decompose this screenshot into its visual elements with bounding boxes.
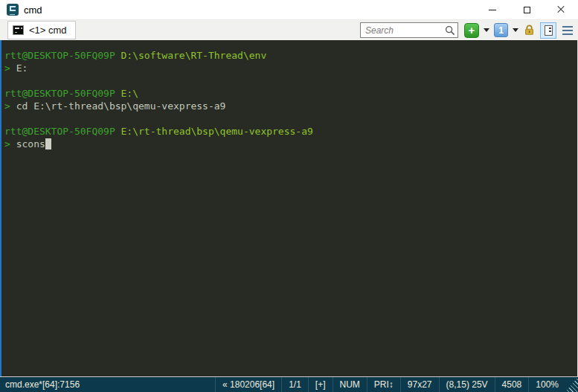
status-segments: « 180206[64]1/1[+]NUMPRI↕97x27(8,15) 25V… [215, 377, 565, 392]
conemu-glyph-underline [10, 14, 15, 15]
status-segment: PRI↕ [367, 377, 400, 392]
new-console-button[interactable]: + [464, 23, 479, 38]
status-process-info: cmd.exe*[64]:7156 [0, 379, 215, 390]
new-console-dropdown[interactable] [484, 28, 489, 32]
console-number-button[interactable]: 1 [494, 23, 508, 37]
status-segment: NUM [333, 377, 367, 392]
search-input[interactable] [365, 25, 445, 36]
tab-cmd[interactable]: <1> cmd [7, 21, 76, 39]
cmd-console-icon [13, 25, 24, 35]
status-segment: « 180206[64] [215, 377, 281, 392]
lock-button[interactable] [523, 24, 536, 36]
terminal-line: rtt@DESKTOP-50FQ09P E:\rt-thread\bsp\qem… [4, 125, 574, 138]
status-segment: [+] [308, 377, 333, 392]
status-segment: 100% [528, 377, 565, 392]
titlebar[interactable]: cmd [0, 0, 578, 19]
terminal-line [4, 74, 574, 87]
status-bar: cmd.exe*[64]:7156 « 180206[64]1/1[+]NUMP… [0, 376, 578, 392]
window-title: cmd [24, 4, 42, 16]
terminal-line: rtt@DESKTOP-50FQ09P E:\ [4, 87, 574, 100]
panel-toggle-button[interactable] [540, 22, 556, 39]
conemu-app-icon [7, 4, 19, 16]
chevron-down-icon [484, 28, 489, 32]
tab-bar: <1> cmd + 1 [0, 19, 578, 40]
search-box [360, 22, 458, 38]
status-segment: (8,15) 25V [439, 377, 495, 392]
terminal-line: > cd E:\rt-thread\bsp\qemu-vexpress-a9 [4, 100, 574, 112]
terminal-output[interactable]: rtt@DESKTOP-50FQ09P D:\software\RT-Threa… [0, 40, 578, 376]
lock-icon [523, 24, 536, 36]
console-list-dropdown[interactable] [513, 28, 518, 32]
tab-label: <1> cmd [29, 25, 67, 36]
terminal-line [4, 112, 574, 125]
terminal-line: > E: [4, 62, 574, 74]
conemu-window: cmd <1> cmd [0, 0, 578, 392]
minimize-button[interactable] [475, 0, 510, 19]
search-icon [445, 25, 455, 36]
resize-grip-icon[interactable] [565, 377, 578, 392]
terminal-line: > scons [4, 138, 574, 150]
close-button[interactable] [544, 0, 578, 19]
close-icon [556, 5, 565, 14]
maximize-button[interactable] [510, 0, 544, 19]
maximize-icon [524, 7, 530, 13]
status-segment: 97x27 [400, 377, 439, 392]
status-segment: 4508 [495, 377, 529, 392]
hamburger-menu-icon [561, 25, 574, 36]
minimize-icon [489, 10, 496, 10]
conemu-glyph-icon [10, 6, 16, 11]
panel-toggle-icon [545, 25, 553, 36]
status-segment: 1/1 [281, 377, 308, 392]
main-menu-button[interactable] [561, 25, 574, 36]
chevron-down-icon [513, 28, 518, 32]
window-controls [475, 0, 578, 19]
terminal-line: rtt@DESKTOP-50FQ09P D:\software\RT-Threa… [4, 49, 574, 62]
